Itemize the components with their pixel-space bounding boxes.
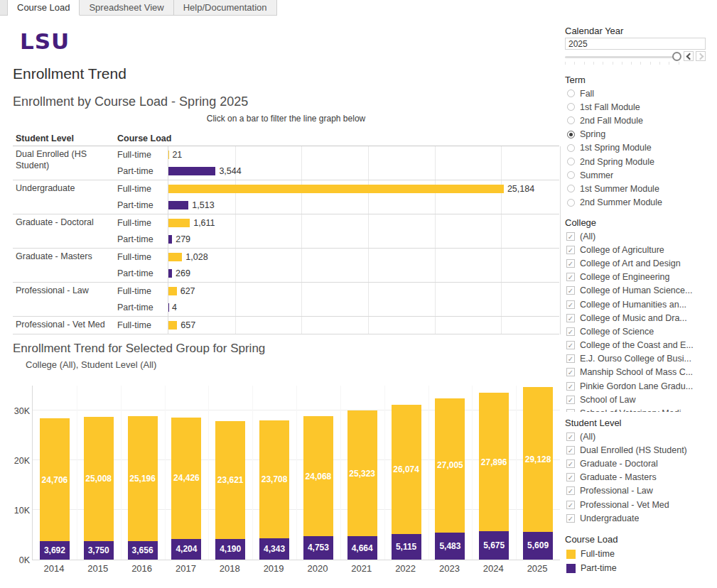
college-checkbox-college-of-engineering[interactable]: ✓College of Engineering <box>565 271 716 284</box>
bar-row-part-time: Part-time3,544 <box>117 163 559 180</box>
tab-course-load[interactable]: Course Load <box>8 0 80 16</box>
checkbox-label: School of Law <box>580 395 636 405</box>
college-checkbox-college-of-agriculture[interactable]: ✓College of Agriculture <box>565 243 716 256</box>
student-level-checkbox-undergraduate[interactable]: ✓Undergraduate <box>565 511 716 525</box>
bar-value-label: 1,513 <box>192 200 214 210</box>
radio-spring[interactable]: Spring <box>565 128 716 141</box>
college-checkbox-pinkie-gordon-lane-gradu[interactable]: ✓Pinkie Gordon Lane Gradu... <box>565 379 716 393</box>
bar-row-part-time: Part-time1,513 <box>117 197 559 214</box>
bar-part-time[interactable] <box>168 269 172 278</box>
bar-cell[interactable]: 3,544 <box>168 163 559 180</box>
tab-help-documentation[interactable]: Help/Documentation <box>174 0 277 16</box>
bar-cell[interactable]: 269 <box>168 266 559 283</box>
bar-part-time[interactable] <box>168 201 188 209</box>
checkbox-checked-icon: ✓ <box>566 486 575 495</box>
student-level-checkbox-dual-enrolled-hs-student[interactable]: ✓Dual Enrolled (HS Student) <box>565 443 716 457</box>
bar-row-full-time: Full-time25,184 <box>117 180 559 197</box>
trend-bar-2021[interactable]: 25,3234,664 <box>340 386 384 560</box>
bar-full-time[interactable] <box>168 287 177 295</box>
radio-1st-summer-module[interactable]: 1st Summer Module <box>565 182 716 195</box>
slider-tick <box>659 62 660 65</box>
bar-cell[interactable]: 25,184 <box>168 180 559 197</box>
bar-part-time[interactable] <box>168 167 215 175</box>
trend-bar-2014[interactable]: 24,7063,692 <box>33 386 77 560</box>
college-checkbox-school-of-veterinary-medi[interactable]: ✓School of Veterinary Medi... <box>565 406 716 412</box>
checkbox-checked-icon: ✓ <box>566 382 575 391</box>
college-checkbox-college-of-the-coast-and-e[interactable]: ✓College of the Coast and E... <box>565 339 716 352</box>
college-checkbox-school-of-law[interactable]: ✓School of Law <box>565 393 716 406</box>
bar-cell[interactable]: 279 <box>168 232 559 249</box>
trend-bar-2020[interactable]: 24,0684,753 <box>296 386 340 560</box>
checkbox-label: School of Veterinary Medi... <box>580 408 689 412</box>
bar-full-time[interactable] <box>168 321 177 330</box>
tab-spreadsheet-view[interactable]: Spreadsheet View <box>80 0 173 16</box>
radio-2nd-summer-module[interactable]: 2nd Summer Module <box>565 196 716 209</box>
radio-1st-fall-module[interactable]: 1st Fall Module <box>565 100 716 114</box>
trend-bar-2016[interactable]: 25,1963,656 <box>121 386 165 560</box>
calendar-year-input[interactable] <box>565 38 706 50</box>
y-tick-label: 30K <box>14 406 30 416</box>
slider-prev-button[interactable] <box>684 51 694 61</box>
radio-label: 2nd Spring Module <box>580 157 654 167</box>
student-level-checkbox-professional-vet-med[interactable]: ✓Professional - Vet Med <box>565 498 716 511</box>
trend-bar-2017[interactable]: 24,4264,204 <box>165 386 209 560</box>
radio-1st-spring-module[interactable]: 1st Spring Module <box>565 141 716 155</box>
slider-next-button[interactable] <box>696 51 706 61</box>
radio-summer[interactable]: Summer <box>565 168 716 182</box>
checkbox-label: College of Music and Dra... <box>580 313 687 323</box>
checkbox-checked-icon: ✓ <box>566 341 575 349</box>
bar-cell[interactable]: 1,028 <box>168 249 559 266</box>
checkbox-checked-icon: ✓ <box>566 473 575 481</box>
bar-cell[interactable]: 657 <box>168 317 559 334</box>
college-checkbox-college-of-art-and-design[interactable]: ✓College of Art and Design <box>565 256 716 270</box>
bar-part-time[interactable] <box>168 235 172 244</box>
college-checkbox-e-j-ourso-college-of-busi[interactable]: ✓E.J. Ourso College of Busi... <box>565 352 716 366</box>
radio-fall[interactable]: Fall <box>565 87 716 100</box>
radio-label: 2nd Summer Module <box>580 197 662 207</box>
college-checkbox-college-of-music-and-dra[interactable]: ✓College of Music and Dra... <box>565 311 716 325</box>
bar-cell[interactable]: 21 <box>168 146 559 163</box>
checkbox-checked-icon: ✓ <box>566 327 575 336</box>
college-checkbox-college-of-humanities-an[interactable]: ✓College of Humanities an... <box>565 298 716 311</box>
radio-icon <box>567 89 575 97</box>
bar-cell[interactable]: 627 <box>168 283 559 300</box>
enrollment-by-course-load-chart: Student Level Course Load Dual Enrolled … <box>13 134 559 334</box>
trend-bar-2018[interactable]: 23,6214,190 <box>208 386 252 560</box>
bar-rows: Full-time657 <box>117 317 559 334</box>
student-level-checkbox-graduate-doctoral[interactable]: ✓Graduate - Doctoral <box>565 457 716 470</box>
bar-cell[interactable]: 1,513 <box>168 197 559 214</box>
college-checkbox-college-of-human-science[interactable]: ✓College of Human Science... <box>565 284 716 298</box>
radio-label: 1st Spring Module <box>580 143 652 153</box>
table-row-graduate-masters: Graduate - MastersFull-time1,028Part-tim… <box>13 249 559 283</box>
student-level-checkbox-graduate-masters[interactable]: ✓Graduate - Masters <box>565 471 716 484</box>
course-load-cell: Part-time <box>117 268 168 278</box>
slider-tick <box>584 62 585 65</box>
part-time-value-label: 4,664 <box>340 543 384 554</box>
calendar-year-slider-handle[interactable] <box>672 52 681 61</box>
student-level-checkbox-professional-law[interactable]: ✓Professional - Law <box>565 484 716 498</box>
trend-bar-2025[interactable]: 29,1285,609 <box>516 386 560 560</box>
trend-bar-2023[interactable]: 27,0055,483 <box>428 386 473 560</box>
trend-bar-2015[interactable]: 25,0083,750 <box>77 386 121 560</box>
bar-full-time[interactable] <box>168 219 190 227</box>
part-time-value-label: 5,609 <box>516 540 560 551</box>
student-level-checkbox-all[interactable]: ✓(All) <box>565 430 716 443</box>
trend-bar-2024[interactable]: 27,8965,675 <box>472 386 516 560</box>
radio-2nd-spring-module[interactable]: 2nd Spring Module <box>565 155 716 168</box>
checkbox-label: Graduate - Masters <box>580 472 657 482</box>
radio-2nd-fall-module[interactable]: 2nd Fall Module <box>565 114 716 127</box>
table-row-professional-vet-med: Professional - Vet MedFull-time657 <box>13 317 559 334</box>
bar-full-time[interactable] <box>168 185 504 193</box>
checkbox-checked-icon: ✓ <box>566 459 575 468</box>
college-checkbox-all[interactable]: ✓(All) <box>565 229 716 243</box>
trend-bar-2019[interactable]: 23,7084,343 <box>252 386 296 560</box>
bar-full-time[interactable] <box>168 253 182 261</box>
college-checkbox-manship-school-of-mass-c[interactable]: ✓Manship School of Mass C... <box>565 366 716 379</box>
bar-cell[interactable]: 4 <box>168 300 559 317</box>
slider-tick <box>622 62 622 65</box>
calendar-year-slider-track[interactable] <box>565 56 681 58</box>
trend-bar-2022[interactable]: 26,0745,115 <box>384 386 428 560</box>
college-checkbox-college-of-science[interactable]: ✓College of Science <box>565 325 716 338</box>
bar-cell[interactable]: 1,611 <box>168 214 559 232</box>
y-tick-label: 10K <box>14 506 30 516</box>
